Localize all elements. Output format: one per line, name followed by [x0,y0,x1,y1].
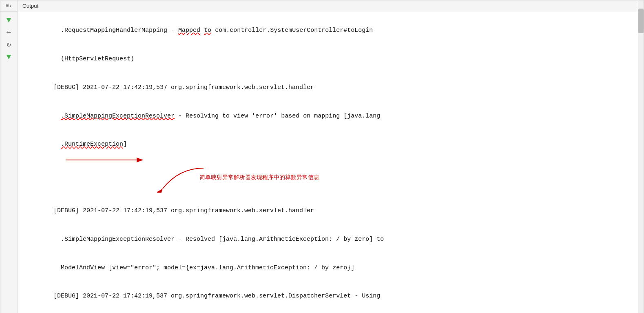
annotation-1-text: 简单映射异常解析器发现程序中的算数异常信息 [199,173,319,182]
log-line-5: .RuntimeException] [24,130,631,197]
mapped-text: Mapped [178,27,200,34]
gutter-icons: ▼ ← ↻ ▼ [4,16,13,62]
simple-mapping-text: .SimpleMappingExceptionResolver [61,113,175,120]
log-line-4: .SimpleMappingExceptionResolver - Resolv… [24,102,631,130]
arrow-down2-icon[interactable]: ▼ [4,53,13,62]
log-line-7: .SimpleMappingExceptionResolver - Resolv… [24,225,631,254]
arrow-ann1 [66,156,147,180]
log-line-6: [DEBUG] 2021-07-22 17:42:19,537 org.spri… [24,197,631,225]
log-line-3: [DEBUG] 2021-07-22 17:42:19,537 org.spri… [24,73,631,102]
log-content: .RequestMappingHandlerMapping - Mapped t… [18,12,644,313]
arrow-down-icon[interactable]: ▼ [4,16,13,25]
left-gutter: ≡₁ ▼ ← ↻ ▼ [0,0,18,313]
log-line-1: .RequestMappingHandlerMapping - Mapped t… [24,16,631,45]
scrollbar[interactable] [638,0,644,313]
refresh-icon[interactable]: ↻ [4,40,13,49]
log-line-9: [DEBUG] 2021-07-22 17:42:19,537 org.spri… [24,282,631,311]
to-text-2: to [376,236,384,243]
log-line-2: (HttpServletRequest) [24,45,631,73]
scrollbar-thumb[interactable] [638,9,644,33]
output-panel: Output .RequestMappingHandlerMapping - M… [18,0,644,313]
to-text-1: to [204,27,211,34]
log-line-8: ModelAndView [view="error"; model={ex=ja… [24,253,631,282]
gutter-label: ≡₁ [0,0,17,12]
based-text: based [281,113,299,120]
main-window: ≡₁ ▼ ← ↻ ▼ Output .RequestMappingHandler… [0,0,644,313]
output-header: Output [18,0,644,12]
log-line-10: resolved error view: ModelAndView [view=… [24,311,631,313]
output-title: Output [22,3,38,9]
arrow-left-icon[interactable]: ← [4,28,13,37]
runtime-exception-text: .RuntimeException [61,141,123,148]
arrow-ann1-svg [155,164,208,193]
